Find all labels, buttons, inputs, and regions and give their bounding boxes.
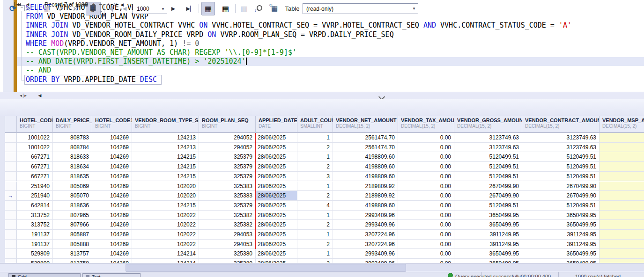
grid-cell[interactable]: 28/06/2025 (256, 259, 297, 263)
grid-cell[interactable]: 805888 (53, 240, 92, 249)
next-record-button[interactable]: ▶ (76, 0, 79, 9)
grid-cell[interactable]: 325379 (199, 162, 256, 172)
row-header[interactable] (5, 240, 17, 249)
grid-cell[interactable] (600, 182, 644, 191)
grid-cell[interactable]: 124214 (132, 259, 199, 263)
grid-cell[interactable]: 104269 (92, 143, 132, 153)
grid-cell[interactable]: 3650499.95 (522, 220, 600, 230)
grid-cell[interactable]: 3 (297, 172, 333, 182)
grid-cell[interactable]: 102022 (132, 220, 199, 230)
code-line[interactable]: WHERE MOD(VRPD.VENDOR_NET_AMOUNT, 1) != … (17, 39, 644, 48)
grid-cell[interactable]: 191137 (17, 240, 53, 249)
grid-cell[interactable]: 807965 (53, 211, 92, 220)
grid-cell[interactable]: 28/06/2025 (256, 230, 297, 240)
grid-cell[interactable]: 102022 (132, 240, 199, 249)
grid-cell[interactable]: 1001022 (17, 143, 53, 153)
grid-cell[interactable]: 28/06/2025 (256, 240, 297, 249)
code-line[interactable]: INNER JOIN VD_VENDOR_ROOM_DAILY_PRICE VR… (17, 30, 644, 39)
first-record-button[interactable]: ▏◀◀ (14, 0, 20, 9)
grid-cell[interactable]: 2993409.96 (333, 211, 398, 220)
grid-cell[interactable]: 325382 (199, 220, 256, 230)
grid-cell[interactable]: 251940 (17, 191, 53, 201)
grid-cell[interactable]: 2561474.70 (333, 143, 398, 153)
grid-cell[interactable]: 2 (297, 220, 333, 230)
grid-cell[interactable]: 2670499.90 (522, 182, 600, 191)
grid-cell[interactable]: 3123749.63 (522, 133, 600, 143)
row-header[interactable] (5, 211, 17, 220)
grid-cell[interactable]: 667271 (17, 172, 53, 182)
grid-cell[interactable]: 3207224.96 (333, 240, 398, 249)
column-header-hotel_code1[interactable]: HOTEL_CODE1BIGINT (92, 116, 132, 133)
grid-cell[interactable]: 818634 (53, 162, 92, 172)
column-header-vendor_msp_a[interactable]: VENDOR_MSP_ADECIMAL(15, 2) (600, 116, 644, 133)
grid-cell[interactable]: 104269 (92, 162, 132, 172)
grid-cell[interactable]: 0.00 (398, 201, 454, 211)
grid-cell[interactable]: 2993409.96 (333, 249, 398, 259)
grid-cell[interactable]: 3650499.95 (454, 220, 522, 230)
grid-cell[interactable]: 104269 (92, 230, 132, 240)
grid-cell[interactable]: 1 (297, 230, 333, 240)
grid-cell[interactable]: 0.00 (398, 249, 454, 259)
grid-cell[interactable]: 325379 (199, 172, 256, 182)
row-header[interactable] (5, 152, 17, 162)
grid-cell[interactable]: 5120499.51 (522, 152, 600, 162)
next-page-button[interactable]: ▶ (169, 0, 178, 17)
grid-cell[interactable]: 2670499.90 (522, 191, 600, 201)
grid-cell[interactable]: 124213 (132, 133, 199, 143)
grid-cell[interactable]: 28/06/2025 (256, 152, 297, 162)
grid-cell[interactable]: 102022 (132, 230, 199, 240)
grid-cell[interactable]: 1 (297, 211, 333, 220)
grid-cell[interactable]: 313752 (17, 220, 53, 230)
last-record-button[interactable]: ▶▶▏ (83, 0, 89, 9)
grid-cell[interactable]: 124213 (132, 143, 199, 153)
grid-cell[interactable]: 325379 (199, 201, 256, 211)
table-mode-combo[interactable]: (read-only) ▼ (303, 3, 418, 14)
grid-cell[interactable]: 325382 (199, 211, 256, 220)
add-row-button[interactable]: + (92, 0, 96, 9)
row-header[interactable] (5, 162, 17, 172)
grid-cell[interactable]: 124214 (132, 249, 199, 259)
grid-cell[interactable]: 5120499.51 (522, 172, 600, 182)
grid-cell[interactable]: 5120499.51 (454, 201, 522, 211)
row-header[interactable]: → (5, 191, 17, 201)
grid-cell[interactable]: 104269 (92, 152, 132, 162)
grid-cell[interactable]: 818635 (53, 172, 92, 182)
grid-cell[interactable]: 294052 (199, 143, 256, 153)
grid-cell[interactable]: 2993409.96 (333, 220, 398, 230)
grid-cell[interactable]: 4198809.60 (333, 162, 398, 172)
grid-cell[interactable]: 3911249.95 (454, 230, 522, 240)
grid-cell[interactable]: 3911249.95 (454, 240, 522, 249)
grid-cell[interactable]: 124215 (132, 172, 199, 182)
grid-cell[interactable]: 28/06/2025 (256, 201, 297, 211)
grid-cell[interactable]: 3123749.63 (454, 143, 522, 153)
grid-cell[interactable]: 2 (297, 191, 333, 201)
grid-cell[interactable]: 1 (297, 133, 333, 143)
grid-cell[interactable]: 325380 (199, 259, 256, 263)
editor-scroll-left-icon[interactable]: ◀ (37, 93, 43, 98)
grid-cell[interactable] (600, 143, 644, 153)
grid-cell[interactable]: 2 (297, 162, 333, 172)
grid-cell[interactable]: 4198809.60 (333, 201, 398, 211)
grid-cell[interactable]: 5120499.51 (522, 162, 600, 172)
grid-cell[interactable]: 124215 (132, 162, 199, 172)
result-grid[interactable]: HOTEL_CODEBIGINTDAILY_PRICE_SEQBIGINTHOT… (0, 116, 644, 263)
grid-cell[interactable]: 294053 (199, 240, 256, 249)
grid-cell[interactable]: 124215 (132, 152, 199, 162)
grid-cell[interactable] (600, 259, 644, 263)
grid-cell[interactable]: 529809 (17, 249, 53, 259)
grid-cell[interactable]: 2561474.70 (333, 133, 398, 143)
grid-cell[interactable] (600, 211, 644, 220)
grid-cell[interactable]: 294053 (199, 230, 256, 240)
grid-cell[interactable]: 4198809.60 (333, 172, 398, 182)
grid-cell[interactable]: 2 (297, 240, 333, 249)
grid-cell[interactable]: 325383 (199, 191, 256, 201)
splitter-icon[interactable]: ◂❘▸ (17, 93, 29, 98)
hscroll-track[interactable] (406, 264, 644, 271)
grid-cell[interactable]: 294052 (199, 133, 256, 143)
grid-cell[interactable]: 104269 (92, 201, 132, 211)
row-header[interactable] (5, 201, 17, 211)
column-header-vendor_gross_amount[interactable]: VENDOR_GROSS_AMOUNTDECIMAL(15, 2) (454, 116, 522, 133)
delete-row-button[interactable]: − (99, 0, 103, 9)
grid-cell[interactable]: 667271 (17, 162, 53, 172)
grid-cell[interactable]: 28/06/2025 (256, 220, 297, 230)
